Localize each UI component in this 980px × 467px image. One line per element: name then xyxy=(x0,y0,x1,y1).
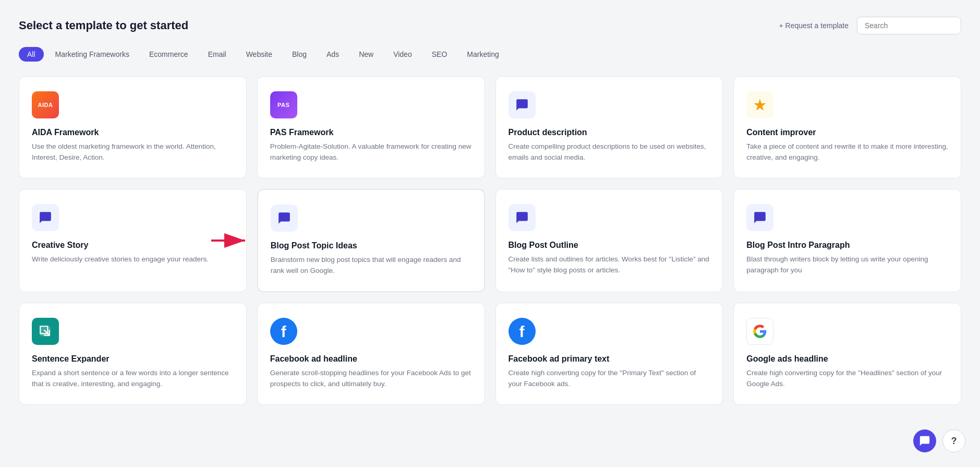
template-card-desc-sentence-expander: Expand a short sentence or a few words i… xyxy=(32,368,234,390)
sentence-icon xyxy=(32,318,59,345)
facebook-icon: f xyxy=(270,318,297,345)
tab-email[interactable]: Email xyxy=(200,47,235,62)
page-title: Select a template to get started xyxy=(19,19,188,32)
search-input[interactable] xyxy=(857,17,961,34)
chat-support-button[interactable] xyxy=(913,429,936,452)
template-card-title-content-improver: Content improver xyxy=(746,128,948,137)
tab-seo[interactable]: SEO xyxy=(424,47,456,62)
template-card-title-google-ads-headline: Google ads headline xyxy=(746,354,948,364)
aida-icon: AIDA xyxy=(32,91,59,118)
tab-marketing[interactable]: Marketing xyxy=(458,47,507,62)
template-card-content-improver[interactable]: Content improver Take a piece of content… xyxy=(733,76,961,178)
template-card-title-creative-story: Creative Story xyxy=(32,241,234,250)
bottom-right-icons: ? xyxy=(913,429,965,452)
arrow-pointer xyxy=(211,231,253,250)
chat-icon-template xyxy=(509,204,536,231)
tab-video[interactable]: Video xyxy=(385,47,420,62)
template-card-blog-post-topic[interactable]: Blog Post Topic Ideas Brainstorm new blo… xyxy=(257,189,485,292)
template-card-desc-aida: Use the oldest marketing framework in th… xyxy=(32,141,234,163)
request-template-button[interactable]: + Request a template xyxy=(779,21,849,30)
page-container: Select a template to get started + Reque… xyxy=(0,0,980,422)
tab-ads[interactable]: Ads xyxy=(318,47,347,62)
help-button[interactable]: ? xyxy=(942,429,965,452)
template-card-title-pas: PAS Framework xyxy=(270,128,472,137)
template-card-pas[interactable]: PAS PAS Framework Problem-Agitate-Soluti… xyxy=(257,76,485,178)
template-card-title-facebook-primary: Facebook ad primary text xyxy=(509,354,710,364)
chat-icon-template xyxy=(32,204,59,231)
template-card-title-facebook-headline: Facebook ad headline xyxy=(270,354,472,364)
template-card-desc-blog-post-outline: Create lists and outlines for articles. … xyxy=(509,254,710,276)
template-card-desc-product-description: Create compelling product descriptions t… xyxy=(509,141,710,163)
template-card-title-sentence-expander: Sentence Expander xyxy=(32,354,234,364)
template-card-desc-content-improver: Take a piece of content and rewrite it t… xyxy=(746,141,948,163)
template-card-title-aida: AIDA Framework xyxy=(32,128,234,137)
template-card-product-description[interactable]: Product description Create compelling pr… xyxy=(495,76,723,178)
template-card-desc-blog-post-intro: Blast through writers block by letting u… xyxy=(746,254,948,276)
template-card-aida[interactable]: AIDA AIDA Framework Use the oldest marke… xyxy=(19,76,247,178)
tab-marketing-frameworks[interactable]: Marketing Frameworks xyxy=(47,47,138,62)
template-card-desc-blog-post-topic: Brainstorm new blog post topics that wil… xyxy=(271,255,471,277)
template-card-title-product-description: Product description xyxy=(509,128,710,137)
template-card-desc-pas: Problem-Agitate-Solution. A valuable fra… xyxy=(270,141,472,163)
tab-blog[interactable]: Blog xyxy=(284,47,315,62)
tab-website[interactable]: Website xyxy=(238,47,281,62)
template-card-google-ads-headline[interactable]: Google ads headline Create high converti… xyxy=(733,303,961,405)
template-card-blog-post-outline[interactable]: Blog Post Outline Create lists and outli… xyxy=(495,189,723,292)
template-card-blog-post-intro[interactable]: Blog Post Intro Paragraph Blast through … xyxy=(733,189,961,292)
tab-new[interactable]: New xyxy=(350,47,382,62)
template-card-facebook-primary[interactable]: f Facebook ad primary text Create high c… xyxy=(495,303,723,405)
facebook-icon: f xyxy=(509,318,536,345)
template-card-desc-facebook-headline: Generate scroll-stopping headlines for y… xyxy=(270,368,472,390)
chat-icon-template xyxy=(746,204,773,231)
filter-tabs: AllMarketing FrameworksEcommerceEmailWeb… xyxy=(19,47,961,62)
template-card-sentence-expander[interactable]: Sentence Expander Expand a short sentenc… xyxy=(19,303,247,405)
template-card-desc-creative-story: Write deliciously creative stories to en… xyxy=(32,254,234,265)
page-header: Select a template to get started + Reque… xyxy=(19,17,961,34)
star-icon xyxy=(746,91,773,118)
template-card-title-blog-post-intro: Blog Post Intro Paragraph xyxy=(746,241,948,250)
google-icon xyxy=(746,318,773,345)
templates-grid: AIDA AIDA Framework Use the oldest marke… xyxy=(19,76,961,405)
template-card-desc-facebook-primary: Create high converting copy for the "Pri… xyxy=(509,368,710,390)
tab-ecommerce[interactable]: Ecommerce xyxy=(141,47,197,62)
header-right: + Request a template xyxy=(779,17,961,34)
template-card-title-blog-post-outline: Blog Post Outline xyxy=(509,241,710,250)
chat-icon-template xyxy=(271,205,298,232)
template-card-title-blog-post-topic: Blog Post Topic Ideas xyxy=(271,241,471,250)
template-card-facebook-headline[interactable]: f Facebook ad headline Generate scroll-s… xyxy=(257,303,485,405)
template-card-desc-google-ads-headline: Create high converting copy for the "Hea… xyxy=(746,368,948,390)
pas-icon: PAS xyxy=(270,91,297,118)
chat-icon xyxy=(919,435,930,447)
chat-icon-template xyxy=(509,91,536,118)
tab-all[interactable]: All xyxy=(19,47,44,62)
